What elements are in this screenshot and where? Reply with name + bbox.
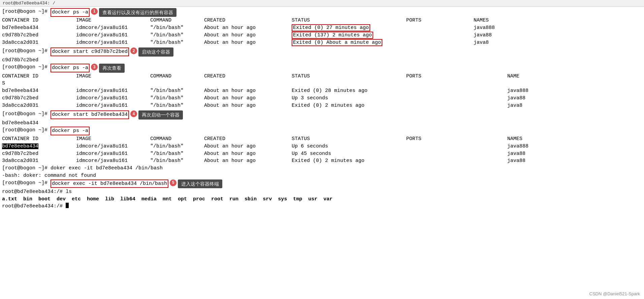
created: About an hour ago: [204, 102, 292, 109]
plain-text: -bash: doker: command not found: [2, 172, 96, 179]
image: idmcore/java8u161: [76, 32, 150, 39]
status-badge: Exited (137) 2 minutes ago: [292, 32, 373, 39]
annotation-tooltip-2: 启动这个容器: [138, 47, 173, 56]
command: "/bin/bash": [150, 32, 204, 39]
command-line: [root@bogon ~]# docker ps -a3再次查看: [2, 64, 642, 72]
command: "/bin/bash": [150, 24, 204, 32]
created: About an hour ago: [204, 24, 292, 32]
container-id: c9d78b7c2bed: [2, 150, 76, 158]
command: "/bin/bash": [150, 150, 204, 158]
image: idmcore/java8u161: [76, 143, 150, 150]
table-row: bd7e8eeba434idmcore/java8u161"/bin/bash"…: [2, 24, 642, 32]
th-container-id: CONTAINER ID: [2, 73, 76, 80]
image: idmcore/java8u161: [76, 87, 150, 95]
th-ports: PORTS: [406, 17, 474, 24]
names: java888: [507, 87, 528, 95]
command-box: docker exec -it bd7e8eeba434 /bin/bash: [51, 179, 168, 188]
command-line: [root@bogon ~]# docker exec -it bd7e8eeb…: [2, 179, 642, 188]
status: Up 6 seconds: [292, 143, 406, 150]
prompt: [root@bogon ~]#: [2, 8, 51, 15]
table-row: bd7e8eeba434idmcore/java8u161"/bin/bash"…: [2, 143, 642, 150]
th-status: STATUS: [292, 135, 406, 143]
status-badge: Exited (0) 27 minutes ago: [292, 24, 370, 31]
th-ports: PORTS: [406, 135, 507, 143]
command-line-plain: [root@bogon ~]# docker ps -a: [2, 127, 642, 135]
table-row: 3da8cca2d031idmcore/java8u161"/bin/bash"…: [2, 39, 642, 46]
command-box: docker start c9d78b7c2bed: [51, 47, 129, 56]
command: "/bin/bash": [150, 39, 204, 46]
th-container-id: CONTAINER ID: [2, 135, 76, 143]
container-id: 3da8cca2d031: [2, 102, 76, 109]
title-bar: root@bd7e8eeba434: /: [0, 0, 644, 7]
created: About an hour ago: [204, 150, 292, 158]
status: Exited (0) 28 minutes ago: [292, 87, 406, 95]
watermark: CSDN @Daniel521-Spark: [589, 291, 640, 296]
annotation-tooltip-4: 再次启动一个容器: [138, 110, 183, 119]
th-names: NAMES: [474, 17, 489, 24]
th-command: COMMAND: [150, 135, 204, 143]
command: "/bin/bash": [150, 143, 204, 150]
table-header: CONTAINER IDIMAGECOMMANDCREATEDSTATUSPOR…: [2, 135, 642, 143]
prompt: root@bd7e8eeba434:/#: [2, 203, 66, 210]
container-id: 3da8cca2d031: [2, 39, 76, 46]
annotation-tooltip-3: 再次查看: [99, 64, 125, 72]
created: About an hour ago: [204, 157, 292, 165]
status: Exited (137) 2 minutes ago: [292, 32, 406, 39]
annotation-circle-1: 1: [91, 8, 98, 15]
status: Up 45 seconds: [292, 150, 406, 158]
th-created: CREATED: [204, 17, 292, 24]
status: Exited (0) 27 minutes ago: [292, 24, 406, 32]
command-box: docker ps -a: [51, 127, 90, 135]
th-image: IMAGE: [76, 135, 150, 143]
terminal-line: bd7e8eeba434: [2, 120, 642, 127]
th-command: COMMAND: [150, 73, 204, 80]
status: Up 3 seconds: [292, 95, 406, 102]
status: Exited (0) About a minute ago: [292, 39, 406, 46]
table-row: 3da8cca2d031idmcore/java8u161"/bin/bash"…: [2, 157, 642, 165]
container-id: bd7e8eeba434: [2, 24, 76, 32]
command-box: docker ps -a: [51, 8, 90, 17]
annotation-circle-5: 5: [170, 179, 176, 186]
table-row: c9d78b7c2bedidmcore/java8u161"/bin/bash"…: [2, 32, 642, 39]
table-row: 3da8cca2d031idmcore/java8u161"/bin/bash"…: [2, 102, 642, 109]
terminal-line: -bash: doker: command not found: [2, 172, 642, 179]
created: About an hour ago: [204, 95, 292, 102]
th-created: CREATED: [204, 73, 292, 80]
image: idmcore/java8u161: [76, 157, 150, 165]
status-badge: Exited (0) About a minute ago: [292, 39, 382, 46]
container-id-selected: bd7e8eeba434: [2, 143, 76, 150]
command-box: docker ps -a: [51, 64, 90, 72]
terminal-line: c9d78b7c2bed: [2, 57, 642, 64]
image: idmcore/java8u161: [76, 39, 150, 46]
annotation-circle-4: 4: [130, 110, 137, 117]
plain-text: root@bd7e8eeba434:/# ls: [2, 188, 72, 196]
names: java88: [474, 32, 492, 39]
status: Exited (0) 2 minutes ago: [292, 157, 406, 165]
th-command: COMMAND: [150, 17, 204, 24]
annotation-circle-2: 2: [130, 47, 137, 54]
created: About an hour ago: [204, 143, 292, 150]
created: About an hour ago: [204, 87, 292, 95]
terminal: [root@bogon ~]# docker ps -a1查看运行以及没有运行的…: [0, 7, 644, 211]
names: java88: [507, 150, 525, 158]
th-names: NAMES: [507, 135, 522, 143]
table-row: c9d78b7c2bedidmcore/java8u161"/bin/bash"…: [2, 150, 642, 158]
annotation-circle-3: 3: [91, 64, 98, 70]
created: About an hour ago: [204, 32, 292, 39]
prompt: [root@bogon ~]#: [2, 47, 51, 55]
image: idmcore/java8u161: [76, 95, 150, 102]
th-created: CREATED: [204, 135, 292, 143]
created: About an hour ago: [204, 39, 292, 46]
th-ports: PORTS: [406, 73, 507, 80]
plain-text: bd7e8eeba434: [2, 120, 38, 127]
container-id: bd7e8eeba434: [2, 87, 76, 95]
names: java888: [474, 24, 495, 32]
plain-text: c9d78b7c2bed: [2, 57, 38, 64]
names: java88: [507, 157, 525, 165]
terminal-line: [root@bogon ~]# doker exec -it bd7e8eeba…: [2, 165, 642, 172]
container-id: 3da8cca2d031: [2, 157, 76, 165]
table-row: c9d78b7c2bedidmcore/java8u161"/bin/bash"…: [2, 95, 642, 102]
command-box: docker start bd7e8eeba434: [51, 110, 129, 119]
plain-text: [root@bogon ~]# doker exec -it bd7e8eeba…: [2, 165, 163, 172]
th-status: STATUS: [292, 73, 406, 80]
